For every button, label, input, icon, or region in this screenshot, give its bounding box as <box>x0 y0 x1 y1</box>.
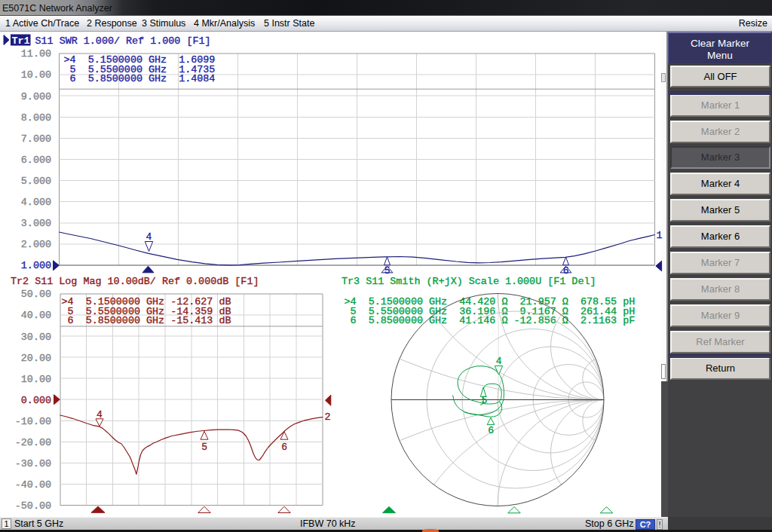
svg-text:5: 5 <box>482 395 488 406</box>
svg-text:5: 5 <box>201 442 207 453</box>
svg-text:4: 4 <box>146 231 152 243</box>
svg-text:6: 6 <box>563 265 569 277</box>
svg-text:9.000: 9.000 <box>21 91 51 102</box>
svg-text:8.000: 8.000 <box>21 112 51 124</box>
svg-text:-20.00: -20.00 <box>15 437 51 448</box>
svg-text:Tr2 S11 Log Mag 10.00dB/ Ref 0: Tr2 S11 Log Mag 10.00dB/ Ref 0.000dB [F1… <box>11 276 259 287</box>
svg-text:1.000: 1.000 <box>21 260 51 271</box>
svg-text:0.000: 0.000 <box>21 395 51 406</box>
svg-text:10.00: 10.00 <box>21 69 51 81</box>
svg-text:6 5.8500000 GHz 1.4084: 6 5.8500000 GHz 1.4084 <box>64 73 216 84</box>
svg-text:5.000: 5.000 <box>21 176 51 187</box>
svg-text:4: 4 <box>96 409 103 420</box>
svg-text:50.00: 50.00 <box>21 289 51 300</box>
svg-text:20.00: 20.00 <box>21 353 51 364</box>
svg-text:6.000: 6.000 <box>21 154 51 166</box>
svg-text:1: 1 <box>657 230 663 241</box>
svg-text:-30.00: -30.00 <box>15 458 51 469</box>
svg-text:4.000: 4.000 <box>21 197 51 208</box>
svg-text:7.000: 7.000 <box>21 133 51 145</box>
svg-text:2: 2 <box>325 411 331 423</box>
svg-text:11.00: 11.00 <box>21 48 51 60</box>
svg-text:6: 6 <box>281 442 287 453</box>
svg-text:10.00: 10.00 <box>21 374 51 385</box>
svg-text:Tr1: Tr1 <box>12 35 30 47</box>
svg-text:6 5.8500000 GHz -15.413 dB: 6 5.8500000 GHz -15.413 dB <box>62 315 231 326</box>
svg-text:Tr3 S11 Smith (R+jX) Scale 1.0: Tr3 S11 Smith (R+jX) Scale 1.000U [F1 De… <box>342 276 596 287</box>
svg-text:6 5.8500000 GHz 41.146 Ω -12: 6 5.8500000 GHz 41.146 Ω -12.856 Ω 2.116… <box>345 315 636 326</box>
svg-text:6: 6 <box>488 425 494 436</box>
svg-text:-10.00: -10.00 <box>15 416 51 427</box>
svg-text:5: 5 <box>384 265 391 277</box>
svg-text:40.00: 40.00 <box>21 310 51 321</box>
svg-text:-40.00: -40.00 <box>15 479 51 491</box>
svg-text:30.00: 30.00 <box>21 332 51 343</box>
svg-text:4: 4 <box>496 356 502 367</box>
svg-text:-50.00: -50.00 <box>15 500 51 512</box>
svg-text:2.000: 2.000 <box>21 239 51 250</box>
svg-text:3.000: 3.000 <box>21 218 51 229</box>
svg-text:S11 SWR 1.000/ Ref 1.000 [F1]: S11 SWR 1.000/ Ref 1.000 [F1] <box>35 35 211 47</box>
